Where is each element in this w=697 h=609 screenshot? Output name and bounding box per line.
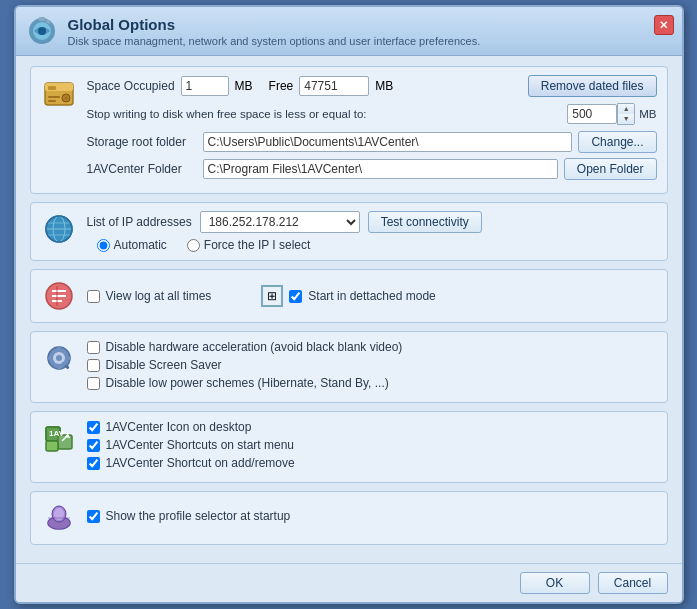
space-occupied-row: Space Occupied MB Free MB Remove dated f… <box>87 75 657 97</box>
shortcuts-section: 1AV 1AVCenter Icon on desktop 1AVCenter … <box>30 411 668 483</box>
icon-desktop-checkbox[interactable] <box>87 421 100 434</box>
svg-rect-29 <box>66 357 71 360</box>
cancel-button[interactable]: Cancel <box>598 572 668 594</box>
ip-dropdown[interactable]: 186.252.178.212 <box>200 211 360 233</box>
shortcuts-start-checkbox[interactable] <box>87 439 100 452</box>
view-log-label: View log at all times <box>106 289 212 303</box>
avcenter-folder-row: 1AVCenter Folder Open Folder <box>87 158 657 180</box>
ip-section-content: List of IP addresses 186.252.178.212 Tes… <box>87 211 657 252</box>
shortcuts-icon: 1AV <box>41 420 77 456</box>
avcenter-folder-label: 1AVCenter Folder <box>87 162 197 176</box>
test-connectivity-button[interactable]: Test connectivity <box>368 211 482 233</box>
spin-buttons: ▲ ▼ <box>617 103 635 125</box>
start-detached-label: Start in dettached mode <box>308 289 435 303</box>
disk-space-section: Space Occupied MB Free MB Remove dated f… <box>30 66 668 194</box>
open-folder-button[interactable]: Open Folder <box>564 158 657 180</box>
spin-down-button[interactable]: ▼ <box>618 114 634 124</box>
disable-power-row: Disable low power schemes (Hibernate, St… <box>87 376 657 390</box>
ip-radio-row: Automatic Force the IP I select <box>87 238 657 252</box>
hardware-section: Disable hardware acceleration (avoid bla… <box>30 331 668 403</box>
shortcuts-section-content: 1AVCenter Icon on desktop 1AVCenter Shor… <box>87 420 657 474</box>
globe-icon <box>41 211 77 247</box>
shortcut-addremove-label: 1AVCenter Shortcut on add/remove <box>106 456 295 470</box>
ok-button[interactable]: OK <box>520 572 590 594</box>
automatic-radio[interactable] <box>97 239 110 252</box>
disable-ss-row: Disable Screen Saver <box>87 358 657 372</box>
shortcuts-start-row: 1AVCenter Shortcuts on start menu <box>87 438 657 452</box>
free-value-input[interactable] <box>299 76 369 96</box>
icon-desktop-row: 1AVCenter Icon on desktop <box>87 420 657 434</box>
ip-section: List of IP addresses 186.252.178.212 Tes… <box>30 202 668 261</box>
hardware-icon <box>41 340 77 376</box>
mb-label-3: MB <box>639 108 656 120</box>
view-log-checkbox[interactable] <box>87 290 100 303</box>
dialog-subtitle: Disk space managment, network and system… <box>68 35 481 47</box>
remove-dated-files-button[interactable]: Remove dated files <box>528 75 657 97</box>
icon-desktop-label: 1AVCenter Icon on desktop <box>106 420 252 434</box>
profile-icon <box>41 500 77 536</box>
disable-ss-label: Disable Screen Saver <box>106 358 222 372</box>
disk-icon <box>41 75 77 111</box>
disable-hw-row: Disable hardware acceleration (avoid bla… <box>87 340 657 354</box>
start-detached-checkbox[interactable] <box>289 290 302 303</box>
disable-power-checkbox[interactable] <box>87 377 100 390</box>
disk-section-content: Space Occupied MB Free MB Remove dated f… <box>87 75 657 185</box>
svg-rect-26 <box>57 346 60 351</box>
space-occupied-label: Space Occupied <box>87 79 175 93</box>
shortcut-addremove-checkbox[interactable] <box>87 457 100 470</box>
title-bar: Global Options Disk space managment, net… <box>16 7 682 56</box>
free-label: Free <box>269 79 294 93</box>
ip-row: List of IP addresses 186.252.178.212 Tes… <box>87 211 657 233</box>
mb-label-1: MB <box>235 79 253 93</box>
mb-label-2: MB <box>375 79 393 93</box>
log-content: View log at all times ⊞ Start in dettach… <box>87 285 657 307</box>
disable-hw-checkbox[interactable] <box>87 341 100 354</box>
close-button[interactable]: ✕ <box>654 15 674 35</box>
show-profile-row: Show the profile selector at startup <box>87 509 657 523</box>
svg-text:1AV: 1AV <box>49 429 65 438</box>
shortcut-addremove-row: 1AVCenter Shortcut on add/remove <box>87 456 657 470</box>
svg-rect-35 <box>46 441 58 451</box>
disable-ss-checkbox[interactable] <box>87 359 100 372</box>
disable-hw-label: Disable hardware acceleration (avoid bla… <box>106 340 403 354</box>
stop-writing-row: Stop writing to disk when free space is … <box>87 103 657 125</box>
stop-writing-input[interactable] <box>567 104 617 124</box>
storage-root-row: Storage root folder Change... <box>87 131 657 153</box>
svg-rect-27 <box>57 365 60 370</box>
storage-root-label: Storage root folder <box>87 135 197 149</box>
svg-rect-3 <box>39 17 45 21</box>
force-ip-radio[interactable] <box>187 239 200 252</box>
svg-rect-7 <box>48 86 56 90</box>
spin-up-button[interactable]: ▲ <box>618 104 634 114</box>
stop-writing-label: Stop writing to disk when free space is … <box>87 108 367 120</box>
svg-rect-28 <box>47 357 52 360</box>
svg-rect-10 <box>48 96 60 98</box>
show-profile-label: Show the profile selector at startup <box>106 509 291 523</box>
log-section: View log at all times ⊞ Start in dettach… <box>30 269 668 323</box>
dialog-content: Space Occupied MB Free MB Remove dated f… <box>16 56 682 563</box>
force-ip-label: Force the IP I select <box>204 238 311 252</box>
stop-writing-spinner: ▲ ▼ <box>567 103 635 125</box>
storage-root-input[interactable] <box>203 132 573 152</box>
show-profile-checkbox[interactable] <box>87 510 100 523</box>
bottom-bar: OK Cancel <box>16 563 682 602</box>
global-options-dialog: Global Options Disk space managment, net… <box>14 5 684 604</box>
automatic-label: Automatic <box>114 238 167 252</box>
profile-section: Show the profile selector at startup <box>30 491 668 545</box>
dialog-title: Global Options <box>68 16 481 33</box>
list-ip-label: List of IP addresses <box>87 215 192 229</box>
dialog-icon <box>26 15 58 47</box>
log-icon <box>41 278 77 314</box>
disable-power-label: Disable low power schemes (Hibernate, St… <box>106 376 389 390</box>
hw-section-content: Disable hardware acceleration (avoid bla… <box>87 340 657 394</box>
automatic-radio-item: Automatic <box>97 238 167 252</box>
change-button[interactable]: Change... <box>578 131 656 153</box>
start-detached-item: ⊞ Start in dettached mode <box>261 285 435 307</box>
shortcuts-start-label: 1AVCenter Shortcuts on start menu <box>106 438 295 452</box>
svg-point-25 <box>56 355 62 361</box>
space-occupied-input[interactable] <box>181 76 229 96</box>
title-text-block: Global Options Disk space managment, net… <box>68 16 481 47</box>
detached-icon: ⊞ <box>261 285 283 307</box>
avcenter-folder-input[interactable] <box>203 159 558 179</box>
force-ip-radio-item: Force the IP I select <box>187 238 311 252</box>
